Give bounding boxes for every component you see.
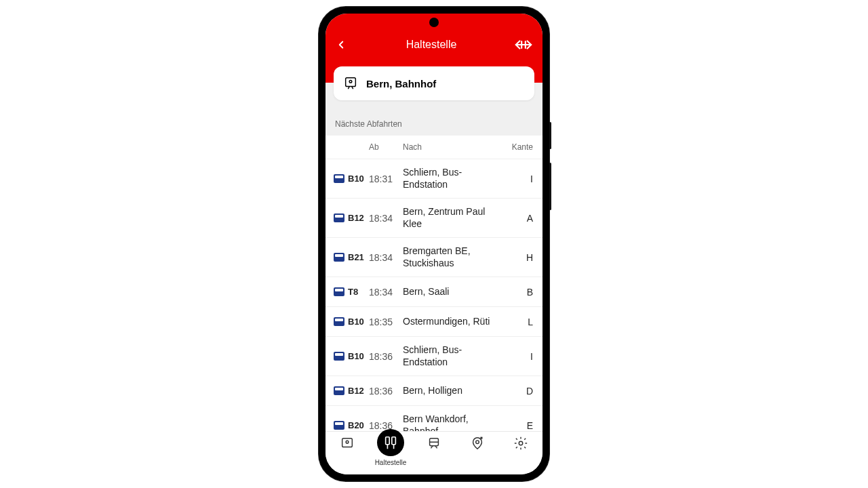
- destination: Bern, Zentrum Paul Klee: [400, 206, 503, 230]
- tab-haltestelle[interactable]: Haltestelle: [369, 436, 412, 466]
- svg-rect-3: [346, 78, 356, 87]
- bus-icon: [334, 352, 344, 361]
- station-name: Bern, Bahnhof: [366, 78, 436, 89]
- departure-time: 18:36: [369, 351, 400, 362]
- bus-icon: [334, 253, 344, 262]
- destination: Bern Wankdorf, Bahnhof: [400, 413, 503, 431]
- platform: A: [503, 213, 533, 224]
- line-label: B12: [348, 213, 364, 223]
- phone-side-button: [549, 122, 551, 149]
- gear-icon: [513, 436, 528, 451]
- col-header-plat: Kante: [503, 142, 533, 152]
- platform: D: [503, 386, 533, 396]
- line-label: B10: [348, 174, 364, 184]
- platform: I: [503, 174, 533, 184]
- line-label: B20: [348, 420, 364, 430]
- camera-notch: [429, 18, 439, 27]
- sbb-logo-icon: [514, 39, 533, 51]
- svg-rect-7: [386, 437, 390, 445]
- departure-time: 18:31: [369, 174, 400, 184]
- tab-settings[interactable]: [499, 436, 542, 451]
- bus-icon: [334, 317, 344, 326]
- svg-point-4: [349, 80, 352, 83]
- bus-icon: [334, 174, 344, 183]
- platform: B: [503, 287, 533, 298]
- col-header-time: Ab: [369, 142, 400, 152]
- tab-bar: Haltestelle: [326, 431, 542, 474]
- bus-icon: [334, 421, 344, 430]
- line-label: B12: [348, 386, 364, 396]
- bus-icon: [334, 214, 344, 222]
- svg-rect-9: [392, 437, 396, 445]
- destination: Schliern, Bus-Endstation: [400, 167, 503, 190]
- svg-rect-5: [342, 439, 353, 447]
- line-label: B10: [348, 351, 364, 361]
- station-card[interactable]: Bern, Bahnhof: [334, 66, 534, 100]
- destination: Bern, Saali: [400, 286, 503, 298]
- table-header: Ab Nach Kante: [326, 136, 542, 159]
- departure-time: 18:34: [369, 213, 400, 224]
- destination: Ostermundigen, Rüti: [400, 316, 503, 328]
- table-row[interactable]: B2118:34Bremgarten BE, StuckishausH: [326, 238, 542, 277]
- line-label: B10: [348, 317, 364, 327]
- chevron-left-icon: [335, 39, 347, 51]
- table-row[interactable]: B2018:36Bern Wankdorf, BahnhofE: [326, 406, 542, 431]
- bus-icon: [334, 386, 344, 395]
- table-row[interactable]: B1018:31Schliern, Bus-EndstationI: [326, 159, 542, 199]
- departure-time: 18:36: [369, 420, 400, 431]
- destination: Bremgarten BE, Stuckishaus: [400, 245, 503, 269]
- location-icon: [470, 436, 485, 451]
- table-row[interactable]: B1018:36Schliern, Bus-EndstationI: [326, 337, 542, 376]
- phone-side-button: [549, 163, 551, 210]
- bus-icon: [334, 287, 344, 296]
- phone-frame: Haltestelle Bern, Bahnhof Nächste Abfahr…: [319, 7, 549, 481]
- departure-time: 18:36: [369, 386, 400, 396]
- departures-list[interactable]: B1018:31Schliern, Bus-EndstationIB1218:3…: [326, 159, 542, 431]
- back-button[interactable]: [335, 38, 349, 52]
- line-label: T8: [348, 287, 358, 297]
- content-area: Nächste Abfahrten Ab Nach Kante B1018:31…: [326, 83, 542, 431]
- stop-sign-icon: [383, 435, 398, 450]
- col-header-dest: Nach: [400, 142, 503, 152]
- table-row[interactable]: B1218:36Bern, HolligenD: [326, 376, 542, 406]
- station-icon: [343, 76, 358, 91]
- departure-time: 18:34: [369, 252, 400, 263]
- platform: E: [503, 420, 533, 431]
- destination: Schliern, Bus-Endstation: [400, 344, 503, 368]
- svg-point-18: [519, 441, 523, 445]
- ticket-icon: [340, 436, 355, 451]
- page-title: Haltestelle: [349, 39, 514, 51]
- departure-time: 18:34: [369, 287, 400, 298]
- departure-time: 18:35: [369, 317, 400, 327]
- platform: I: [503, 351, 533, 362]
- tab-map[interactable]: [456, 436, 499, 451]
- svg-point-15: [476, 441, 479, 444]
- svg-point-6: [346, 441, 349, 443]
- tab-travel[interactable]: [412, 436, 456, 451]
- table-row[interactable]: T818:34Bern, SaaliB: [326, 277, 542, 307]
- train-icon: [427, 436, 441, 451]
- tab-plan[interactable]: [326, 436, 369, 451]
- line-label: B21: [348, 252, 364, 262]
- table-row[interactable]: B1218:34Bern, Zentrum Paul KleeA: [326, 199, 542, 238]
- table-row[interactable]: B1018:35Ostermundigen, RütiL: [326, 307, 542, 337]
- destination: Bern, Holligen: [400, 385, 503, 397]
- section-label: Nächste Abfahrten: [326, 114, 542, 136]
- screen: Haltestelle Bern, Bahnhof Nächste Abfahr…: [326, 14, 542, 474]
- platform: H: [503, 252, 533, 263]
- tab-label: Haltestelle: [375, 459, 407, 466]
- tab-active-pill: [377, 429, 404, 456]
- platform: L: [503, 317, 533, 327]
